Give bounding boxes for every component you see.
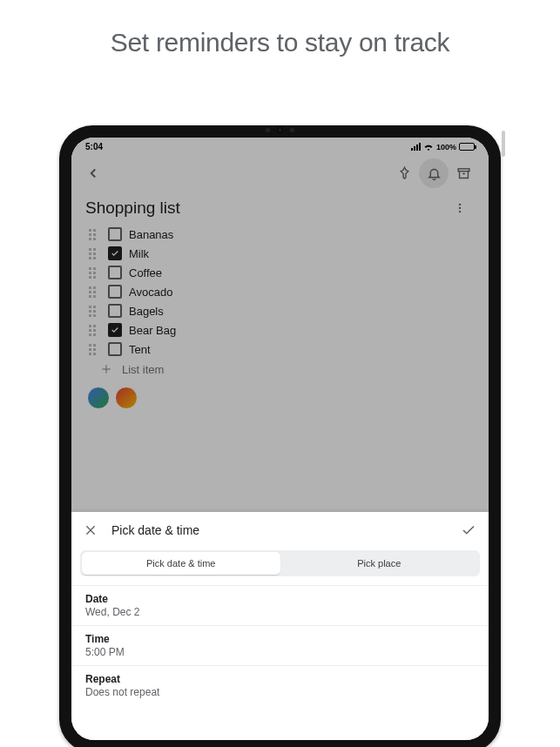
tab-pick-place[interactable]: Pick place	[280, 552, 479, 575]
tab-pick-date-time[interactable]: Pick date & time	[82, 552, 280, 575]
svg-rect-0	[458, 168, 469, 171]
drag-handle-icon[interactable]	[89, 286, 101, 298]
list-item: Coffee	[89, 263, 476, 282]
field-value: Does not repeat	[85, 686, 475, 698]
device-notch	[246, 124, 315, 136]
pin-button[interactable]	[389, 158, 419, 188]
field-label: Repeat	[85, 673, 475, 685]
field-repeat[interactable]: Repeat Does not repeat	[71, 665, 489, 705]
list-item: Tent	[89, 340, 476, 359]
close-button[interactable]	[84, 523, 98, 537]
battery-icon	[459, 143, 475, 151]
archive-button[interactable]	[449, 158, 478, 188]
field-label: Time	[85, 633, 475, 645]
drag-handle-icon[interactable]	[89, 325, 101, 336]
note-toolbar	[71, 153, 489, 193]
list-item: Bear Bag	[89, 320, 476, 340]
field-value: 5:00 PM	[85, 646, 475, 658]
svg-point-1	[459, 204, 461, 205]
item-label[interactable]: Milk	[129, 247, 149, 260]
close-icon	[84, 523, 98, 537]
note-title[interactable]: Shopping list	[85, 199, 180, 218]
checkbox[interactable]	[108, 266, 122, 279]
reminder-sheet: Pick date & time Pick date & time Pick p…	[71, 512, 489, 740]
item-label[interactable]: Avocado	[129, 286, 172, 299]
sheet-title: Pick date & time	[111, 523, 447, 537]
wifi-icon	[423, 143, 434, 151]
list-item: Milk	[89, 244, 476, 263]
svg-point-2	[459, 207, 461, 209]
checkbox[interactable]	[108, 227, 122, 241]
status-time: 5:04	[85, 142, 103, 151]
checkbox[interactable]	[108, 304, 122, 318]
tablet-frame: 5:04 100%	[59, 125, 501, 747]
confirm-button[interactable]	[461, 522, 476, 538]
add-item-placeholder: List item	[122, 363, 164, 376]
reminder-button[interactable]	[419, 158, 449, 188]
field-time[interactable]: Time 5:00 PM	[71, 625, 489, 665]
promo-title: Set reminders to stay on track	[0, 0, 560, 57]
item-label[interactable]: Bear Bag	[129, 324, 176, 337]
back-button[interactable]	[78, 158, 108, 188]
avatar[interactable]	[115, 387, 138, 409]
field-label: Date	[85, 593, 475, 605]
item-label[interactable]: Coffee	[129, 266, 162, 279]
battery-percent: 100%	[436, 143, 456, 151]
avatar[interactable]	[87, 387, 110, 409]
drag-handle-icon[interactable]	[89, 267, 101, 279]
checkbox[interactable]	[108, 285, 122, 299]
list-item: Bananas	[89, 225, 476, 244]
segmented-control: Pick date & time Pick place	[80, 550, 480, 576]
status-bar: 5:04 100%	[71, 138, 489, 153]
checkbox[interactable]	[108, 342, 122, 356]
item-label[interactable]: Tent	[129, 343, 151, 356]
check-icon	[461, 522, 476, 538]
plus-icon	[99, 362, 113, 376]
drag-handle-icon[interactable]	[89, 229, 101, 240]
drag-handle-icon[interactable]	[89, 248, 101, 259]
add-list-item[interactable]: List item	[84, 359, 476, 376]
checkbox[interactable]	[108, 323, 122, 337]
drag-handle-icon[interactable]	[89, 306, 101, 317]
drag-handle-icon[interactable]	[89, 344, 101, 355]
field-date[interactable]: Date Wed, Dec 2	[71, 585, 489, 625]
list-item: Bagels	[89, 301, 476, 320]
list-item: Avocado	[89, 282, 476, 301]
svg-point-3	[459, 211, 461, 212]
item-label[interactable]: Bananas	[129, 228, 173, 241]
checkbox[interactable]	[108, 246, 122, 260]
more-button[interactable]	[454, 202, 475, 214]
checklist: BananasMilkCoffeeAvocadoBagelsBear BagTe…	[84, 225, 476, 359]
signal-icon	[411, 143, 421, 151]
item-label[interactable]: Bagels	[129, 305, 164, 318]
device-side-button	[502, 131, 505, 157]
field-value: Wed, Dec 2	[85, 606, 475, 618]
collaborators[interactable]	[84, 376, 476, 409]
